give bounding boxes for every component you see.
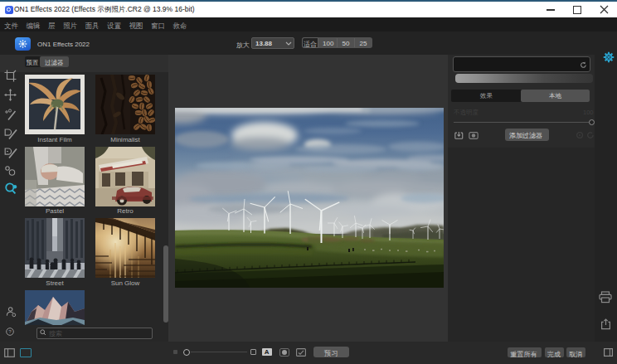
svg-text:?: ? (8, 328, 12, 334)
